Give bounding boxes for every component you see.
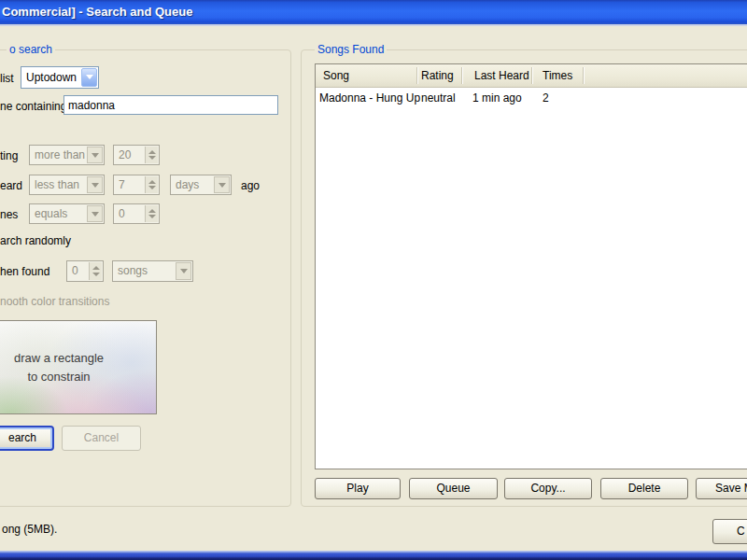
play-button[interactable]: Play xyxy=(315,478,401,499)
songs-list-header: Song Rating Last Heard Times xyxy=(316,64,747,88)
song-row[interactable]: Madonna - Hung Up neutral 1 min ago 2 xyxy=(316,90,747,105)
songs-found-label: Songs Found xyxy=(315,43,387,56)
stop-when-found-label: hen found xyxy=(0,265,49,278)
times-label: nes xyxy=(0,208,18,221)
song-cell-last-heard: 1 min ago xyxy=(472,91,522,105)
songs-list[interactable]: Song Rating Last Heard Times Madonna - H… xyxy=(315,63,747,469)
taskbar-edge[interactable] xyxy=(0,551,747,560)
times-value: 0 xyxy=(119,207,125,220)
chevron-down-icon[interactable] xyxy=(81,68,97,87)
cancel-button: Cancel xyxy=(62,426,141,451)
delete-button[interactable]: Delete xyxy=(600,478,688,499)
rating-op-value: more than xyxy=(35,148,85,161)
close-button[interactable]: C xyxy=(712,519,747,544)
heard-value-spinner: 7 xyxy=(113,175,160,195)
chevron-down-icon xyxy=(87,205,103,222)
times-value-spinner: 0 xyxy=(113,203,160,224)
column-divider[interactable] xyxy=(531,67,532,84)
column-divider[interactable] xyxy=(583,67,584,84)
column-header-song[interactable]: Song xyxy=(323,69,349,82)
stop-value: 0 xyxy=(72,264,78,277)
chevron-down-icon xyxy=(214,176,230,193)
column-divider[interactable] xyxy=(416,67,417,84)
spinner-arrows-icon xyxy=(89,262,102,280)
song-cell-times: 2 xyxy=(543,91,549,105)
heard-unit-value: days xyxy=(176,178,199,191)
chevron-down-icon xyxy=(176,262,191,280)
column-header-rating[interactable]: Rating xyxy=(421,69,454,82)
song-cell-rating: neutral xyxy=(421,91,456,105)
column-divider[interactable] xyxy=(461,67,462,84)
last-heard-label: eard xyxy=(0,179,22,192)
rating-value: 20 xyxy=(119,148,131,161)
rating-value-spinner: 20 xyxy=(113,145,160,165)
heard-value: 7 xyxy=(119,178,125,191)
stop-value-spinner: 0 xyxy=(66,260,104,282)
copy-button[interactable]: Copy... xyxy=(504,478,592,499)
song-cell-title: Madonna - Hung Up xyxy=(319,91,420,105)
playlist-combo[interactable]: Uptodown xyxy=(21,66,99,89)
rating-label: ting xyxy=(0,149,18,162)
dialog-window: Commercial] - Search and Queue o search … xyxy=(0,0,747,560)
smooth-transitions-label: nooth color transitions xyxy=(0,295,109,308)
rating-op-combo: more than xyxy=(29,145,105,165)
spinner-arrows-icon xyxy=(145,147,158,163)
playlist-combo-value: Uptodown xyxy=(26,71,77,84)
color-constrain-box[interactable]: draw a rectangle to constrain xyxy=(0,320,157,414)
search-group-label: o search xyxy=(7,43,55,56)
search-randomly-label: arch randomly xyxy=(0,234,71,247)
chevron-down-icon xyxy=(87,176,103,193)
window-title: Commercial] - Search and Queue xyxy=(2,5,192,19)
status-text: ong (5MB). xyxy=(2,523,57,536)
name-containing-input[interactable] xyxy=(63,95,278,115)
name-containing-label: ne containing xyxy=(0,100,66,113)
save-button[interactable]: Save M xyxy=(696,478,747,499)
stop-unit-combo: songs xyxy=(112,260,193,282)
times-op-value: equals xyxy=(35,207,67,220)
times-op-combo: equals xyxy=(29,203,105,224)
ago-label: ago xyxy=(241,179,260,192)
chevron-down-icon xyxy=(87,147,103,163)
color-constrain-hint: draw a rectangle to constrain xyxy=(0,349,128,386)
column-header-last-heard[interactable]: Last Heard xyxy=(474,69,529,82)
spinner-arrows-icon xyxy=(145,205,158,222)
window-titlebar[interactable]: Commercial] - Search and Queue xyxy=(0,0,747,26)
stop-unit-value: songs xyxy=(118,264,148,277)
queue-button[interactable]: Queue xyxy=(409,478,498,499)
spinner-arrows-icon xyxy=(145,176,158,193)
playlist-label: list xyxy=(0,72,14,85)
heard-op-value: less than xyxy=(35,178,79,191)
heard-op-combo: less than xyxy=(29,175,105,195)
search-button[interactable]: earch xyxy=(0,426,54,451)
column-header-times[interactable]: Times xyxy=(543,69,572,82)
heard-unit-combo: days xyxy=(170,175,232,195)
